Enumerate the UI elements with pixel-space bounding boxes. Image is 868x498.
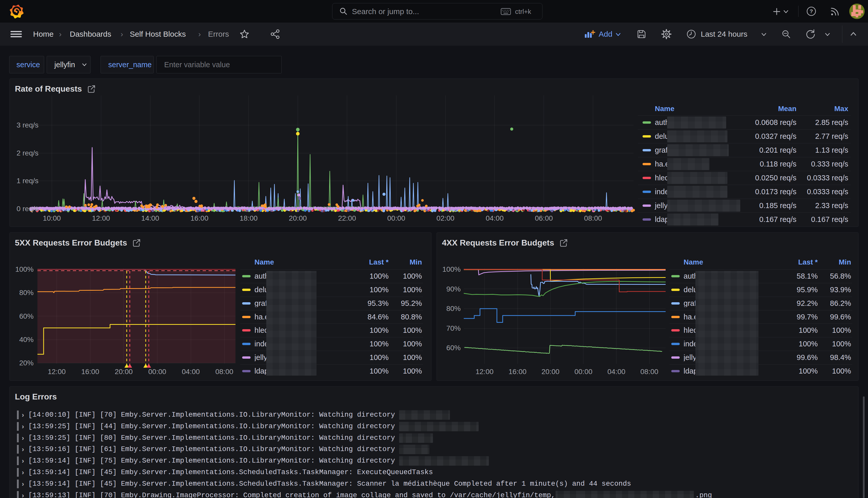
svg-text:?: ? [810, 8, 813, 14]
